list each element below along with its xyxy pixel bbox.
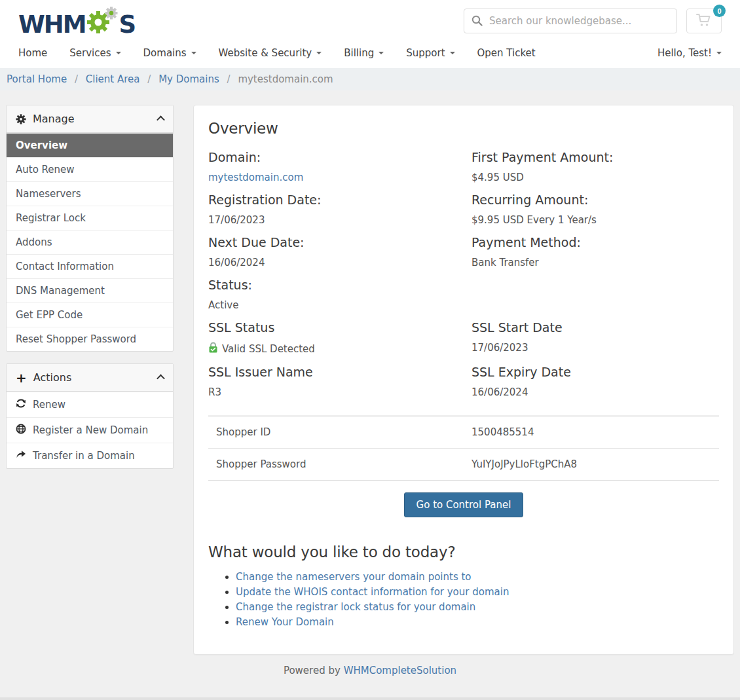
- ssl-expiry-date-value: 16/06/2024: [472, 386, 719, 398]
- first-payment-value: $4.95 USD: [472, 172, 719, 183]
- recurring-amount-value: $9.95 USD Every 1 Year/s: [472, 214, 719, 226]
- list-item: Change the registrar lock status for you…: [236, 601, 719, 613]
- footer: Powered by WHMCompleteSolution: [0, 655, 740, 683]
- sidebar-item-auto-renew[interactable]: Auto Renew: [7, 157, 173, 181]
- plus-icon: +: [16, 373, 27, 382]
- ssl-expiry-date-label: SSL Expiry Date: [472, 365, 719, 379]
- payment-method-label: Payment Method:: [472, 235, 719, 249]
- first-payment-label: First Payment Amount:: [472, 150, 719, 164]
- caret-down-icon: [116, 52, 121, 54]
- footer-whmcs-link[interactable]: WHMCompleteSolution: [344, 665, 456, 676]
- action-item-transfer-domain[interactable]: Transfer in a Domain: [7, 443, 173, 468]
- nav-item-services[interactable]: Services: [69, 47, 120, 59]
- list-item: Update the WHOIS contact information for…: [236, 586, 719, 598]
- breadcrumb-client-area[interactable]: Client Area: [86, 73, 140, 85]
- domain-label: Domain:: [208, 150, 456, 164]
- list-item: Change the nameservers your domain point…: [236, 571, 719, 583]
- caret-down-icon: [191, 52, 196, 54]
- cart-button[interactable]: 0: [686, 9, 722, 33]
- logo-text-s: S: [119, 12, 136, 37]
- sidebar-item-registrar-lock[interactable]: Registrar Lock: [7, 206, 173, 230]
- gear-icon: [16, 114, 26, 124]
- ssl-info-grid: SSL Status Valid SSL Detected SSL Start …: [208, 311, 719, 398]
- caret-down-icon: [379, 52, 384, 54]
- breadcrumb-my-domains[interactable]: My Domains: [158, 73, 219, 85]
- shopper-password-label: Shopper Password: [208, 449, 464, 481]
- domain-link[interactable]: mytestdomain.com: [208, 172, 303, 183]
- payment-method-value: Bank Transfer: [472, 257, 719, 268]
- nav-item-home[interactable]: Home: [18, 47, 47, 59]
- ssl-lock-icon: [208, 342, 218, 356]
- table-row: Shopper ID 1500485514: [208, 416, 719, 449]
- todo-list: Change the nameservers your domain point…: [208, 571, 719, 628]
- ssl-status-label: SSL Status: [208, 320, 456, 335]
- actions-panel: + Actions Renew: [6, 363, 174, 469]
- sidebar-item-reset-shopper-password[interactable]: Reset Shopper Password: [7, 327, 173, 351]
- sidebar-item-contact-information[interactable]: Contact Information: [7, 254, 173, 278]
- sidebar: Manage Overview Auto Renew Nameservers R…: [6, 105, 174, 481]
- sidebar-item-get-epp-code[interactable]: Get EPP Code: [7, 303, 173, 327]
- logo-gears-icon: [84, 5, 121, 37]
- search-input[interactable]: [464, 9, 677, 33]
- globe-icon: [16, 424, 26, 437]
- shopper-id-value: 1500485514: [464, 416, 719, 449]
- status-value: Active: [208, 299, 456, 311]
- registration-date-label: Registration Date:: [208, 193, 456, 207]
- ssl-start-date-label: SSL Start Date: [472, 320, 719, 335]
- recurring-amount-label: Recurring Amount:: [472, 193, 719, 207]
- nav-item-open-ticket[interactable]: Open Ticket: [477, 47, 536, 59]
- update-whois-link[interactable]: Update the WHOIS contact information for…: [236, 586, 509, 598]
- next-due-date-label: Next Due Date:: [208, 235, 456, 249]
- user-menu[interactable]: Hello, Test!: [657, 47, 722, 59]
- ssl-start-date-value: 17/06/2023: [472, 342, 719, 354]
- todo-title: What would you like to do today?: [208, 543, 719, 561]
- footer-text: Powered by: [284, 665, 341, 676]
- caret-down-icon: [450, 52, 455, 54]
- action-item-renew[interactable]: Renew: [7, 392, 173, 417]
- manage-panel-title: Manage: [33, 113, 75, 125]
- logo-text-whm: WHM: [18, 12, 86, 37]
- sidebar-item-overview[interactable]: Overview: [7, 133, 173, 157]
- ssl-issuer-value: R3: [208, 386, 456, 398]
- cart-count-badge: 0: [713, 5, 726, 17]
- action-item-register-new-domain[interactable]: Register a New Domain: [7, 417, 173, 443]
- knowledgebase-search: [464, 9, 677, 33]
- breadcrumb: Portal Home / Client Area / My Domains /…: [0, 68, 740, 90]
- renew-domain-link[interactable]: Renew Your Domain: [236, 616, 334, 628]
- change-nameservers-link[interactable]: Change the nameservers your domain point…: [236, 571, 472, 583]
- change-registrar-lock-link[interactable]: Change the registrar lock status for you…: [236, 601, 475, 613]
- manage-panel: Manage Overview Auto Renew Nameservers R…: [6, 105, 174, 352]
- domain-info-grid: Domain: mytestdomain.com First Payment A…: [208, 141, 719, 311]
- status-label: Status:: [208, 278, 456, 292]
- transfer-icon: [16, 449, 26, 462]
- go-to-control-panel-button[interactable]: Go to Control Panel: [404, 492, 524, 517]
- nav-item-billing[interactable]: Billing: [344, 47, 384, 59]
- breadcrumb-portal-home[interactable]: Portal Home: [7, 73, 67, 85]
- refresh-icon: [16, 398, 26, 411]
- ssl-status-value: Valid SSL Detected: [222, 343, 315, 355]
- nav-item-website-security[interactable]: Website & Security: [219, 47, 322, 59]
- nav-item-domains[interactable]: Domains: [143, 47, 196, 59]
- shopper-table: Shopper ID 1500485514 Shopper Password Y…: [208, 416, 719, 481]
- search-icon: [472, 15, 483, 29]
- next-due-date-value: 16/06/2024: [208, 257, 456, 268]
- cart-icon: [696, 13, 712, 29]
- whmcs-logo[interactable]: WHM: [18, 5, 135, 37]
- shopper-id-label: Shopper ID: [208, 416, 464, 449]
- caret-down-icon: [716, 52, 722, 54]
- domain-overview-card: Overview Domain: mytestdomain.com First …: [193, 105, 734, 655]
- nav-item-support[interactable]: Support: [406, 47, 454, 59]
- sidebar-item-nameservers[interactable]: Nameservers: [7, 181, 173, 206]
- chevron-up-icon: [157, 116, 165, 124]
- table-row: Shopper Password YuIYJoJPyLloFtgPChA8: [208, 449, 719, 481]
- sidebar-item-addons[interactable]: Addons: [7, 230, 173, 254]
- registration-date-value: 17/06/2023: [208, 214, 456, 226]
- manage-panel-header[interactable]: Manage: [7, 105, 173, 133]
- sidebar-item-dns-management[interactable]: DNS Management: [7, 278, 173, 303]
- top-header: WHM: [0, 0, 740, 41]
- actions-panel-header[interactable]: + Actions: [7, 364, 173, 392]
- actions-panel-title: Actions: [33, 371, 71, 384]
- list-item: Renew Your Domain: [236, 616, 719, 628]
- shopper-password-value: YuIYJoJPyLloFtgPChA8: [464, 449, 719, 481]
- breadcrumb-current: mytestdomain.com: [238, 73, 333, 85]
